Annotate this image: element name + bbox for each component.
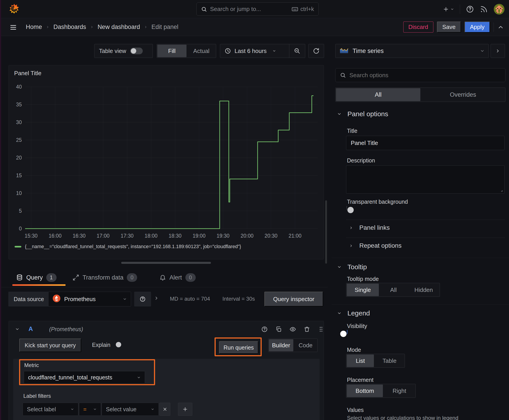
legend-table-option[interactable]: Table — [374, 354, 405, 368]
grafana-edit-panel-screen: ctrl+k — [0, 0, 509, 420]
query-help-button[interactable] — [261, 326, 268, 332]
legend-visibility-toggle[interactable] — [347, 330, 347, 334]
tab-transform-label: Transform data — [83, 274, 123, 281]
news-button[interactable] — [480, 5, 488, 13]
help-button[interactable] — [466, 5, 474, 13]
search-input[interactable] — [210, 6, 289, 13]
svg-text:16:00: 16:00 — [49, 233, 62, 239]
expand-query-options-button[interactable] — [154, 296, 159, 301]
options-search-box[interactable] — [335, 68, 505, 82]
tab-all-options[interactable]: All — [336, 88, 420, 101]
metric-value: cloudflared_tunnel_total_requests — [28, 374, 112, 381]
drag-query-handle[interactable] — [318, 326, 324, 332]
breadcrumb-home[interactable]: Home — [26, 23, 42, 30]
legend-bottom-option[interactable]: Bottom — [347, 384, 383, 397]
tooltip-all-option[interactable]: All — [379, 283, 408, 297]
apply-button[interactable]: Apply — [464, 22, 490, 32]
legend-list-option[interactable]: List — [347, 354, 374, 367]
svg-text:25: 25 — [16, 137, 22, 143]
actual-option[interactable]: Actual — [187, 44, 216, 58]
query-inspector-button[interactable]: Query inspector — [264, 292, 323, 307]
chevron-right-icon — [154, 296, 159, 301]
tooltip-single-option[interactable]: Single — [347, 284, 379, 296]
question-circle-icon — [140, 296, 146, 302]
select-value-dropdown[interactable]: Select value — [102, 403, 159, 416]
toggle-viz-suggestions-button[interactable] — [491, 44, 505, 58]
code-option[interactable]: Code — [294, 339, 317, 352]
svg-text:16:30: 16:30 — [73, 233, 86, 239]
collapse-options-pane-button[interactable] — [497, 24, 504, 30]
builder-code-segmented: Builder Code — [268, 338, 318, 352]
legend-placement-segmented: Bottom Right — [346, 384, 416, 398]
rss-icon — [480, 5, 488, 13]
builder-option[interactable]: Builder — [269, 339, 293, 351]
timeseries-chart[interactable]: 051015202530354015:3016:0016:3017:0017:3… — [12, 81, 320, 242]
visualization-picker[interactable]: Time series — [335, 44, 489, 58]
operator-dropdown[interactable]: = — [79, 403, 101, 416]
zoom-out-time-button[interactable] — [289, 48, 305, 54]
save-button[interactable]: Save — [437, 22, 461, 32]
select-label-dropdown[interactable]: Select label — [23, 403, 78, 416]
trash-icon — [304, 326, 310, 332]
legend-values-label: Values — [347, 407, 364, 413]
global-search-box[interactable]: ctrl+k — [196, 2, 319, 16]
panel-options-section-header[interactable]: Panel options — [337, 110, 388, 118]
metric-select[interactable]: cloudflared_tunnel_total_requests — [24, 371, 145, 384]
tab-alert[interactable]: Alert 0 — [159, 269, 196, 286]
refresh-button[interactable] — [308, 44, 324, 58]
duplicate-query-button[interactable] — [275, 326, 282, 332]
question-circle-icon — [261, 326, 268, 332]
user-avatar[interactable] — [494, 4, 504, 15]
transform-count-badge: 0 — [127, 273, 137, 282]
chart-legend-item[interactable]: {__name__="cloudflared_tunnel_total_requ… — [15, 244, 241, 249]
add-filter-button[interactable] — [178, 403, 192, 416]
time-range-button[interactable]: Last 6 hours — [220, 48, 289, 54]
hide-response-button[interactable] — [289, 326, 296, 332]
legend-mode-segmented: List Table — [346, 354, 405, 368]
legend-right-option[interactable]: Right — [383, 384, 415, 398]
legend-section-header[interactable]: Legend — [337, 309, 370, 317]
clock-icon — [225, 48, 231, 54]
collapse-query-button[interactable] — [15, 327, 20, 331]
panel-resize-handle[interactable] — [121, 262, 211, 264]
repeat-options-section-header[interactable]: Repeat options — [349, 242, 402, 249]
remove-filter-button[interactable] — [159, 403, 170, 416]
breadcrumb-bar: Home Dashboards New dashboard Edit panel… — [0, 18, 509, 36]
prometheus-icon — [53, 294, 61, 304]
discard-button[interactable]: Discard — [403, 22, 433, 32]
tooltip-hidden-option[interactable]: Hidden — [408, 283, 440, 297]
query-ref-id[interactable]: A — [29, 326, 33, 332]
breadcrumb-new-dashboard[interactable]: New dashboard — [98, 23, 140, 30]
table-view-label: Table view — [99, 48, 126, 54]
table-view-toggle[interactable] — [130, 48, 143, 54]
tooltip-section-header[interactable]: Tooltip — [337, 263, 367, 271]
panel-title-input[interactable] — [346, 136, 504, 150]
remove-query-button[interactable] — [304, 326, 310, 332]
alert-count-badge: 0 — [185, 273, 196, 282]
run-queries-button[interactable]: Run queries — [219, 341, 258, 354]
panel-links-section-header[interactable]: Panel links — [349, 224, 390, 231]
data-source-select[interactable]: Prometheus — [48, 292, 131, 307]
breadcrumb-dashboards[interactable]: Dashboards — [53, 23, 86, 30]
left-pane-scrollbar[interactable] — [325, 200, 327, 264]
database-icon — [16, 274, 23, 281]
tab-query[interactable]: Query 1 — [16, 269, 57, 286]
tab-overrides[interactable]: Overrides — [421, 88, 505, 102]
kick-start-query-button[interactable]: Kick start your query — [19, 338, 81, 352]
eye-icon — [289, 326, 296, 332]
chevron-down-icon — [337, 265, 342, 269]
screen-edge-artifact — [0, 0, 1, 420]
tab-transform-data[interactable]: Transform data 0 — [73, 269, 137, 286]
chevron-down-icon — [93, 407, 97, 411]
hamburger-menu-icon[interactable] — [9, 23, 17, 31]
svg-text:19:30: 19:30 — [217, 233, 230, 239]
panel-description-textarea[interactable] — [346, 165, 504, 194]
fill-option[interactable]: Fill — [157, 45, 187, 57]
svg-text:0: 0 — [19, 226, 22, 232]
grafana-logo-icon[interactable] — [9, 4, 19, 16]
options-search-input[interactable] — [349, 72, 501, 79]
transparent-background-toggle[interactable] — [347, 206, 347, 210]
tooltip-mode-label: Tooltip mode — [347, 276, 379, 282]
datasource-help-button[interactable] — [134, 292, 151, 307]
add-new-button[interactable] — [443, 6, 454, 12]
